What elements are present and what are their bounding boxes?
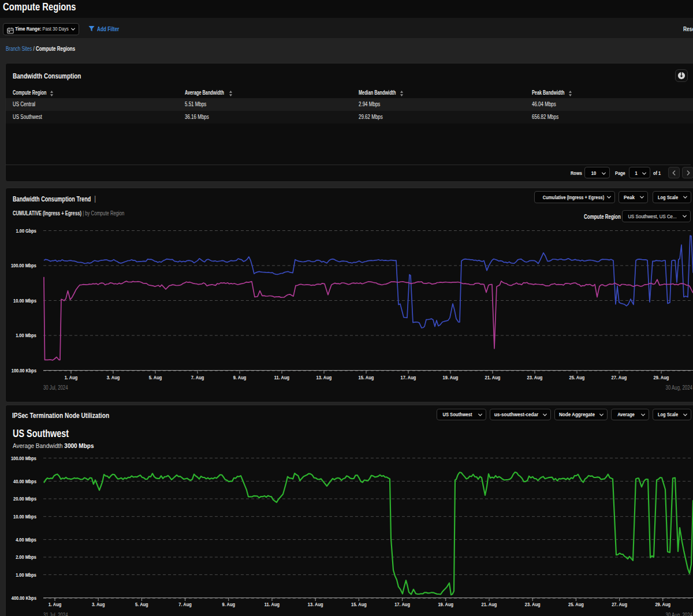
svg-text:100.00 Mbps: 100.00 Mbps — [11, 455, 36, 461]
svg-text:30 Aug, 2024: 30 Aug, 2024 — [666, 612, 693, 616]
svg-text:10.00 Mbps: 10.00 Mbps — [13, 297, 36, 304]
svg-text:30 Jul, 2024: 30 Jul, 2024 — [43, 384, 68, 391]
svg-text:23. Aug: 23. Aug — [525, 601, 541, 607]
svg-text:9. Aug: 9. Aug — [222, 601, 236, 607]
svg-text:1. Aug: 1. Aug — [49, 601, 62, 607]
svg-text:5. Aug: 5. Aug — [149, 374, 162, 380]
svg-text:2.00 Mbps: 2.00 Mbps — [16, 554, 36, 560]
svg-text:7. Aug: 7. Aug — [191, 374, 204, 380]
svg-text:15. Aug: 15. Aug — [351, 601, 367, 607]
svg-text:20.00 Mbps: 20.00 Mbps — [13, 495, 36, 502]
svg-text:9. Aug: 9. Aug — [233, 374, 247, 380]
svg-text:400.00 Kbps: 400.00 Kbps — [12, 595, 36, 601]
svg-text:7. Aug: 7. Aug — [178, 601, 192, 607]
svg-text:31 Jul, 2024: 31 Jul, 2024 — [43, 612, 68, 616]
svg-text:17. Aug: 17. Aug — [394, 601, 410, 607]
svg-text:1.00 Gbps: 1.00 Gbps — [16, 227, 36, 234]
svg-text:1.00 Mbps: 1.00 Mbps — [16, 332, 36, 338]
svg-text:29. Aug: 29. Aug — [654, 374, 669, 380]
svg-text:3. Aug: 3. Aug — [107, 374, 120, 380]
svg-text:11. Aug: 11. Aug — [264, 601, 280, 607]
svg-text:29. Aug: 29. Aug — [655, 601, 670, 607]
svg-text:10.00 Mbps: 10.00 Mbps — [13, 513, 36, 520]
svg-text:13. Aug: 13. Aug — [308, 601, 323, 607]
svg-text:1. Aug: 1. Aug — [65, 374, 78, 380]
svg-text:100.00 Kbps: 100.00 Kbps — [12, 367, 36, 374]
svg-text:19. Aug: 19. Aug — [438, 601, 453, 607]
svg-text:100.00 Mbps: 100.00 Mbps — [11, 262, 36, 268]
svg-text:27. Aug: 27. Aug — [612, 601, 627, 607]
svg-text:25. Aug: 25. Aug — [568, 601, 584, 607]
svg-text:21. Aug: 21. Aug — [485, 374, 501, 380]
svg-text:15. Aug: 15. Aug — [359, 374, 374, 380]
svg-text:30 Aug, 2024: 30 Aug, 2024 — [666, 384, 693, 391]
svg-text:40.00 Mbps: 40.00 Mbps — [13, 478, 36, 484]
svg-text:23. Aug: 23. Aug — [527, 374, 543, 380]
svg-text:17. Aug: 17. Aug — [401, 374, 416, 380]
svg-text:3. Aug: 3. Aug — [92, 601, 105, 607]
svg-text:1.00 Mbps: 1.00 Mbps — [16, 572, 36, 578]
svg-text:27. Aug: 27. Aug — [612, 374, 627, 380]
svg-text:19. Aug: 19. Aug — [443, 374, 459, 380]
svg-text:25. Aug: 25. Aug — [569, 374, 585, 380]
svg-text:5. Aug: 5. Aug — [135, 601, 148, 607]
svg-text:13. Aug: 13. Aug — [316, 374, 332, 380]
svg-text:21. Aug: 21. Aug — [482, 601, 497, 607]
svg-text:4.00 Mbps: 4.00 Mbps — [16, 536, 36, 543]
svg-text:11. Aug: 11. Aug — [274, 374, 290, 380]
